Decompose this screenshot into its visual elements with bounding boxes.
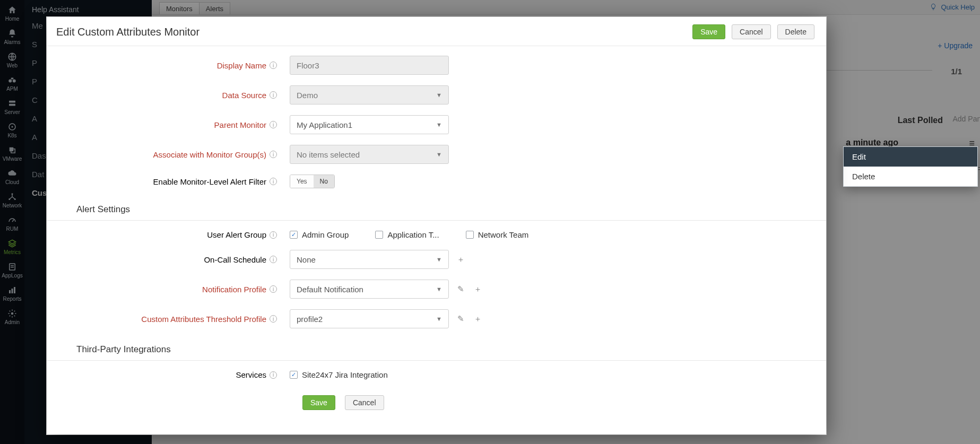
modal-footer-actions: Save Cancel — [302, 395, 811, 410]
checkbox-icon — [375, 231, 383, 239]
layers-icon — [7, 239, 17, 248]
svg-point-1 — [8, 80, 12, 83]
add-icon[interactable]: ＋ — [455, 254, 466, 265]
add-icon[interactable]: ＋ — [472, 314, 483, 324]
chevron-down-icon: ▼ — [436, 92, 442, 98]
parent-monitor-select[interactable]: My Application1 ▼ — [290, 115, 449, 134]
user-alert-group-label: User Alert Group i — [62, 230, 290, 239]
edit-icon[interactable]: ✎ — [455, 284, 466, 294]
nav-home[interactable]: Home — [0, 2, 24, 25]
checkbox-icon — [290, 371, 298, 379]
checkbox-icon — [290, 231, 298, 239]
context-menu-delete[interactable]: Delete — [844, 167, 977, 186]
context-menu: Edit Delete — [843, 146, 978, 187]
info-icon[interactable]: i — [270, 315, 277, 323]
data-source-select[interactable]: Demo ▼ — [290, 85, 449, 105]
chevron-down-icon: ▼ — [436, 151, 442, 158]
info-icon[interactable]: i — [270, 256, 277, 263]
left-nav: Home Alarms Web APM Server K8s VMware C — [0, 0, 24, 444]
nav-server[interactable]: Server — [0, 95, 24, 119]
threshold-profile-select[interactable]: profile2 ▼ — [290, 309, 449, 328]
chevron-down-icon: ▼ — [436, 286, 442, 292]
associate-group-label: Associate with Monitor Group(s) i — [62, 150, 290, 159]
save-button-bottom[interactable]: Save — [302, 395, 335, 410]
save-button[interactable]: Save — [692, 24, 725, 39]
add-icon[interactable]: ＋ — [472, 284, 483, 294]
nav-cloud[interactable]: Cloud — [0, 166, 24, 189]
chevron-down-icon: ▼ — [436, 316, 442, 322]
services-label: Services i — [62, 370, 290, 379]
info-icon[interactable]: i — [270, 285, 277, 293]
modal-header: Edit Custom Attributes Monitor Save Canc… — [47, 17, 826, 46]
info-icon[interactable]: i — [270, 371, 277, 379]
nav-reports[interactable]: Reports — [0, 282, 24, 306]
nav-rum[interactable]: RUM — [0, 212, 24, 236]
modal-body: Display Name i Floor3 Data Source i Demo… — [47, 46, 826, 434]
nav-admin[interactable]: Admin — [0, 306, 24, 329]
display-name-label: Display Name i — [62, 61, 290, 70]
bulb-icon — [930, 3, 937, 11]
quick-help-link[interactable]: Quick Help — [930, 3, 975, 11]
nav-applogs[interactable]: AppLogs — [0, 259, 24, 282]
cancel-button-bottom[interactable]: Cancel — [345, 395, 384, 410]
gauge-icon — [7, 215, 17, 225]
svg-point-17 — [11, 312, 14, 315]
page-counter: 1/1 — [951, 67, 962, 76]
nav-web[interactable]: Web — [0, 49, 24, 72]
chk-admin-group[interactable]: Admin Group — [290, 230, 349, 239]
edit-monitor-modal: Edit Custom Attributes Monitor Save Canc… — [47, 17, 826, 434]
tab-monitors[interactable]: Monitors — [159, 2, 200, 14]
delete-button[interactable]: Delete — [777, 24, 814, 39]
info-icon[interactable]: i — [270, 178, 277, 185]
nav-network[interactable]: Network — [0, 189, 24, 212]
logs-icon — [7, 262, 17, 272]
svg-point-10 — [12, 193, 13, 195]
server-icon — [7, 99, 17, 108]
alert-filter-toggle: Yes No — [290, 175, 335, 188]
user-alert-group-checkboxes: Admin Group Application T... Network Tea… — [290, 230, 528, 239]
svg-rect-3 — [11, 78, 14, 80]
on-call-label: On-Call Schedule i — [62, 255, 290, 264]
info-icon[interactable]: i — [270, 231, 277, 239]
associate-group-select[interactable]: No items selected ▼ — [290, 145, 449, 164]
tab-alerts[interactable]: Alerts — [199, 2, 230, 14]
divider — [47, 220, 826, 221]
svg-rect-15 — [12, 289, 13, 293]
nav-vmware[interactable]: VMware — [0, 142, 24, 166]
chk-site24x7-jira[interactable]: Site24x7 Jira Integration — [290, 370, 388, 379]
chart-icon — [7, 285, 17, 295]
info-icon[interactable]: i — [270, 62, 277, 69]
nav-alarms[interactable]: Alarms — [0, 25, 24, 49]
gear-icon — [7, 309, 17, 318]
nav-metrics[interactable]: Metrics — [0, 236, 24, 259]
nav-apm[interactable]: APM — [0, 72, 24, 95]
notification-profile-label: Notification Profile i — [62, 285, 290, 294]
info-icon[interactable]: i — [270, 121, 277, 128]
context-menu-edit[interactable]: Edit — [844, 147, 977, 167]
wheel-icon — [7, 122, 17, 132]
cancel-button[interactable]: Cancel — [732, 24, 771, 39]
upgrade-link[interactable]: + Upgrade — [938, 41, 973, 50]
svg-rect-5 — [9, 104, 15, 106]
checkbox-icon — [466, 231, 474, 239]
on-call-select[interactable]: None ▼ — [290, 250, 449, 269]
edit-icon[interactable]: ✎ — [455, 314, 466, 324]
chk-network-team[interactable]: Network Team — [466, 230, 529, 239]
info-icon[interactable]: i — [270, 151, 277, 158]
home-icon — [7, 5, 17, 15]
chk-application-t[interactable]: Application T... — [375, 230, 439, 239]
toggle-yes[interactable]: Yes — [290, 175, 314, 188]
nav-k8s[interactable]: K8s — [0, 119, 24, 142]
svg-rect-4 — [9, 101, 15, 103]
notification-profile-select[interactable]: Default Notification ▼ — [290, 280, 449, 299]
modal-title: Edit Custom Attributes Monitor — [56, 26, 200, 38]
display-name-input[interactable]: Floor3 — [290, 56, 449, 75]
toggle-no[interactable]: No — [314, 175, 334, 188]
alert-filter-label: Enable Monitor-Level Alert Filter i — [62, 177, 290, 186]
data-source-label: Data Source i — [62, 91, 290, 100]
cloud-icon — [7, 169, 17, 178]
info-icon[interactable]: i — [270, 91, 277, 99]
stack-icon — [7, 145, 17, 155]
add-pane-link[interactable]: Add Pane — [953, 115, 981, 123]
globe-icon — [7, 52, 17, 62]
